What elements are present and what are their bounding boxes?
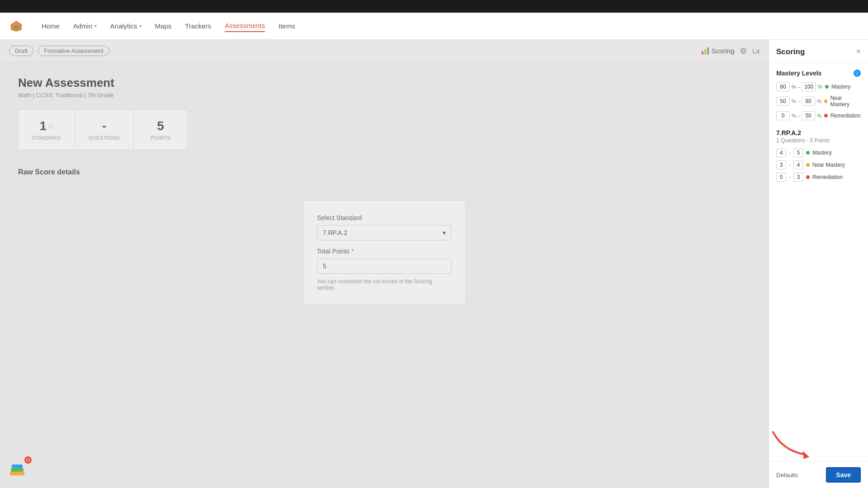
svg-rect-4 (11, 468, 24, 472)
info-icon[interactable]: ⓘ (48, 123, 53, 130)
analytics-chevron-icon: ▾ (139, 23, 142, 28)
std-min-2[interactable]: 3 (776, 160, 786, 169)
standard-select[interactable]: 7.RP.A.2 ▾ (317, 225, 452, 240)
stat-questions: - QUESTIONS (75, 109, 133, 150)
std-dash-2: - (789, 162, 791, 168)
logo-stack: 23 (9, 456, 32, 479)
toolbar-right: Scoring ⚙ La (702, 46, 760, 56)
range-max-2[interactable]: 80 (802, 97, 815, 106)
total-points-input[interactable] (317, 258, 452, 274)
points-count: 5 (147, 119, 174, 133)
content-area: Draft Formative Assessment Scoring ⚙ La … (0, 40, 769, 488)
range-pct-3: % (792, 113, 796, 118)
settings-icon[interactable]: ⚙ (740, 46, 747, 56)
points-label: POINTS (147, 135, 174, 141)
mastery-range-1: 80 % - 100 % (776, 82, 822, 91)
mastery-levels-header: Mastery Levels i (776, 70, 861, 77)
std-dot-orange (806, 163, 810, 167)
mastery-range-2: 50 % - 80 % (776, 97, 821, 106)
raw-score-title: Raw Score details (18, 168, 750, 182)
range-pct-2: % (792, 99, 796, 104)
scoring-panel-footer: Defaults Save (769, 461, 868, 488)
std-label-3: Remediation (812, 174, 843, 180)
mastery-info-icon[interactable]: i (854, 70, 861, 77)
standard-title: 7.RP.A.2 (776, 129, 861, 136)
std-row-near: 3 - 4 Near Mastery (776, 160, 861, 169)
navbar: Home Admin ▾ Analytics ▾ Maps Trackers A… (0, 13, 868, 40)
standard-subtitle: 1 Questions - 5 Points (776, 137, 861, 144)
std-max-1[interactable]: 5 (793, 148, 803, 157)
range-pct-2b: % (817, 99, 821, 104)
scoring-panel: Scoring × Mastery Levels i 80 % - 100 % … (769, 40, 868, 488)
range-max-1[interactable]: 100 (802, 82, 816, 91)
stats-row: 1 ⓘ STANDARD - QUESTIONS 5 POINTS (18, 109, 750, 150)
select-standard-label: Select Standard (317, 214, 452, 221)
mastery-label-2: Near Mastery (830, 95, 861, 108)
toolbar-left: Draft Formative Assessment (9, 46, 109, 56)
std-row-mastery: 4 - 5 Mastery (776, 148, 861, 157)
scoring-button[interactable]: Scoring (702, 47, 735, 55)
std-min-1[interactable]: 4 (776, 148, 786, 157)
nav-analytics[interactable]: Analytics ▾ (110, 20, 142, 32)
required-mark: * (351, 248, 354, 255)
bottom-left-logo: 23 (9, 456, 32, 479)
stat-info: 1 ⓘ (32, 119, 61, 133)
mastery-levels-title: Mastery Levels (776, 70, 821, 77)
main-wrapper: Draft Formative Assessment Scoring ⚙ La … (0, 40, 868, 488)
questions-label: QUESTIONS (89, 135, 120, 141)
close-scoring-button[interactable]: × (856, 47, 861, 56)
standard-section: 7.RP.A.2 1 Questions - 5 Points 4 - 5 Ma… (776, 129, 861, 182)
nav-assessments[interactable]: Assessments (225, 20, 265, 32)
std-max-3[interactable]: 3 (793, 173, 803, 182)
page-title: New Assessment (18, 76, 750, 90)
std-label-1: Mastery (812, 150, 832, 156)
std-dot-green (806, 151, 810, 155)
bar3-icon (707, 47, 709, 55)
range-pct-1b: % (818, 84, 822, 89)
mastery-row-near: 50 % - 80 % Near Mastery (776, 95, 861, 108)
mastery-label-1: Mastery (831, 84, 851, 90)
range-min-1[interactable]: 80 (776, 82, 790, 91)
mastery-dot-red (824, 114, 828, 117)
score-form-card: Select Standard 7.RP.A.2 ▾ Total Points … (303, 200, 466, 305)
svg-rect-5 (12, 465, 23, 468)
nav-items[interactable]: Items (278, 20, 295, 32)
range-dash-3: - (798, 113, 800, 119)
mastery-row-mastery: 80 % - 100 % Mastery (776, 82, 861, 91)
range-min-2[interactable]: 50 (776, 97, 790, 106)
questions-count: - (89, 119, 120, 133)
logo-layers-icon (9, 463, 25, 479)
admin-chevron-icon: ▾ (94, 23, 97, 28)
toolbar: Draft Formative Assessment Scoring ⚙ La (0, 40, 769, 62)
page-content: New Assessment Math | CCSS: Traditional … (0, 62, 769, 337)
range-min-3[interactable]: 0 (776, 111, 790, 120)
save-button[interactable]: Save (826, 467, 861, 483)
formative-badge[interactable]: Formative Assessment (38, 46, 109, 56)
nav-maps[interactable]: Maps (155, 20, 172, 32)
std-row-remediation: 0 - 3 Remediation (776, 173, 861, 182)
svg-rect-3 (10, 472, 24, 475)
std-dot-red (806, 175, 810, 179)
la-button[interactable]: La (752, 47, 760, 55)
mastery-range-3: 0 % - 50 % (776, 111, 821, 120)
range-pct-1: % (792, 84, 796, 89)
top-bar (0, 0, 868, 13)
std-max-2[interactable]: 4 (793, 160, 803, 169)
defaults-link[interactable]: Defaults (776, 472, 798, 479)
std-min-3[interactable]: 0 (776, 173, 786, 182)
standard-count: 1 (40, 119, 47, 133)
draft-badge[interactable]: Draft (9, 46, 33, 56)
nav-admin[interactable]: Admin ▾ (73, 20, 97, 32)
select-chevron-icon: ▾ (443, 229, 446, 236)
form-hint: You can customize the cut scores in the … (317, 278, 452, 291)
mastery-dot-orange (824, 99, 828, 103)
nav-trackers[interactable]: Trackers (185, 20, 211, 32)
nav-home[interactable]: Home (42, 20, 60, 32)
bar2-icon (704, 49, 706, 55)
scoring-bars-icon (702, 47, 709, 55)
mastery-row-remediation: 0 % - 50 % Remediation (776, 111, 861, 120)
mastery-dot-green (825, 85, 829, 89)
range-max-3[interactable]: 50 (802, 111, 815, 120)
page-subtitle: Math | CCSS: Traditional | 7th Grade (18, 92, 750, 99)
scoring-panel-header: Scoring × (769, 40, 868, 62)
